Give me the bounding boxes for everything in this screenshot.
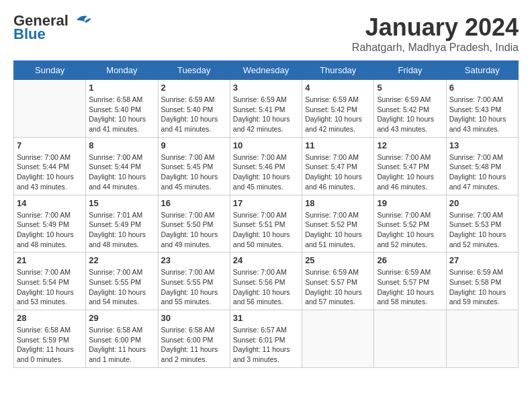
day-cell: 21Sunrise: 7:00 AMSunset: 5:54 PMDayligh… — [14, 253, 86, 310]
day-number: 23 — [161, 255, 227, 265]
day-number: 1 — [89, 83, 154, 93]
day-info: Sunrise: 7:00 AMSunset: 5:47 PMDaylight:… — [305, 152, 371, 192]
day-info: Sunrise: 6:59 AMSunset: 5:42 PMDaylight:… — [305, 95, 371, 134]
day-info: Sunrise: 6:59 AMSunset: 5:57 PMDaylight:… — [377, 267, 443, 307]
day-cell: 23Sunrise: 7:00 AMSunset: 5:55 PMDayligh… — [158, 253, 230, 310]
calendar-title: January 2024 — [352, 13, 519, 42]
day-number: 28 — [17, 313, 83, 323]
calendar-table: Sunday Monday Tuesday Wednesday Thursday… — [13, 60, 519, 368]
day-cell: 16Sunrise: 7:00 AMSunset: 5:50 PMDayligh… — [158, 195, 230, 253]
day-cell: 1Sunrise: 6:58 AMSunset: 5:40 PMDaylight… — [86, 80, 158, 138]
day-cell: 3Sunrise: 6:59 AMSunset: 5:41 PMDaylight… — [230, 80, 302, 138]
day-number: 22 — [89, 255, 154, 265]
day-cell — [302, 310, 374, 368]
day-info: Sunrise: 7:00 AMSunset: 5:46 PMDaylight:… — [233, 152, 299, 192]
day-info: Sunrise: 7:00 AMSunset: 5:45 PMDaylight:… — [161, 152, 227, 192]
day-number: 12 — [377, 140, 443, 150]
day-info: Sunrise: 6:57 AMSunset: 6:01 PMDaylight:… — [233, 325, 299, 365]
day-info: Sunrise: 7:00 AMSunset: 5:52 PMDaylight:… — [305, 210, 371, 250]
day-info: Sunrise: 6:59 AMSunset: 5:58 PMDaylight:… — [449, 267, 515, 307]
day-info: Sunrise: 7:00 AMSunset: 5:50 PMDaylight:… — [161, 210, 227, 250]
calendar-subtitle: Rahatgarh, Madhya Pradesh, India — [352, 42, 519, 54]
logo-bird-icon — [70, 13, 91, 27]
week-row-5: 28Sunrise: 6:58 AMSunset: 5:59 PMDayligh… — [14, 310, 519, 368]
day-cell: 8Sunrise: 7:00 AMSunset: 5:44 PMDaylight… — [86, 137, 158, 195]
day-number: 15 — [89, 198, 154, 208]
title-section: January 2024 Rahatgarh, Madhya Pradesh, … — [352, 13, 519, 54]
day-cell: 11Sunrise: 7:00 AMSunset: 5:47 PMDayligh… — [302, 137, 374, 195]
day-cell: 30Sunrise: 6:58 AMSunset: 6:00 PMDayligh… — [158, 310, 230, 368]
day-cell: 31Sunrise: 6:57 AMSunset: 6:01 PMDayligh… — [230, 310, 302, 368]
day-number: 20 — [449, 198, 515, 208]
day-number: 11 — [305, 140, 371, 150]
day-number: 8 — [89, 140, 154, 150]
day-info: Sunrise: 6:58 AMSunset: 6:00 PMDaylight:… — [89, 325, 154, 365]
day-info: Sunrise: 6:59 AMSunset: 5:42 PMDaylight:… — [377, 95, 443, 134]
day-cell: 4Sunrise: 6:59 AMSunset: 5:42 PMDaylight… — [302, 80, 374, 138]
logo: General Blue — [13, 13, 91, 43]
week-row-4: 21Sunrise: 7:00 AMSunset: 5:54 PMDayligh… — [14, 253, 519, 310]
day-cell: 18Sunrise: 7:00 AMSunset: 5:52 PMDayligh… — [302, 195, 374, 253]
day-info: Sunrise: 7:00 AMSunset: 5:54 PMDaylight:… — [17, 267, 83, 307]
day-number: 27 — [449, 255, 515, 265]
header-saturday: Saturday — [446, 61, 518, 80]
week-row-3: 14Sunrise: 7:00 AMSunset: 5:49 PMDayligh… — [14, 195, 519, 253]
day-info: Sunrise: 7:00 AMSunset: 5:51 PMDaylight:… — [233, 210, 299, 250]
day-cell — [14, 80, 86, 138]
day-cell — [446, 310, 518, 368]
week-row-1: 1Sunrise: 6:58 AMSunset: 5:40 PMDaylight… — [14, 80, 519, 138]
day-cell: 6Sunrise: 7:00 AMSunset: 5:43 PMDaylight… — [446, 80, 518, 138]
day-cell: 28Sunrise: 6:58 AMSunset: 5:59 PMDayligh… — [14, 310, 86, 368]
day-cell: 26Sunrise: 6:59 AMSunset: 5:57 PMDayligh… — [374, 253, 446, 310]
header-thursday: Thursday — [302, 61, 374, 80]
day-cell: 15Sunrise: 7:01 AMSunset: 5:49 PMDayligh… — [86, 195, 158, 253]
day-cell: 2Sunrise: 6:59 AMSunset: 5:40 PMDaylight… — [158, 80, 230, 138]
day-info: Sunrise: 6:58 AMSunset: 6:00 PMDaylight:… — [161, 325, 227, 365]
day-number: 2 — [161, 83, 227, 93]
day-number: 3 — [233, 83, 299, 93]
day-info: Sunrise: 7:00 AMSunset: 5:56 PMDaylight:… — [233, 267, 299, 307]
day-number: 10 — [233, 140, 299, 150]
day-info: Sunrise: 7:00 AMSunset: 5:43 PMDaylight:… — [449, 95, 515, 134]
day-number: 29 — [89, 313, 154, 323]
day-number: 17 — [233, 198, 299, 208]
page-header: General Blue January 2024 Rahatgarh, Mad… — [13, 13, 519, 54]
day-number: 24 — [233, 255, 299, 265]
day-cell: 24Sunrise: 7:00 AMSunset: 5:56 PMDayligh… — [230, 253, 302, 310]
header-sunday: Sunday — [14, 61, 86, 80]
day-info: Sunrise: 7:00 AMSunset: 5:53 PMDaylight:… — [449, 210, 515, 250]
day-info: Sunrise: 7:00 AMSunset: 5:55 PMDaylight:… — [89, 267, 154, 307]
day-number: 4 — [305, 83, 371, 93]
day-cell: 13Sunrise: 7:00 AMSunset: 5:48 PMDayligh… — [446, 137, 518, 195]
day-cell: 10Sunrise: 7:00 AMSunset: 5:46 PMDayligh… — [230, 137, 302, 195]
week-row-2: 7Sunrise: 7:00 AMSunset: 5:44 PMDaylight… — [14, 137, 519, 195]
day-info: Sunrise: 6:58 AMSunset: 5:40 PMDaylight:… — [89, 95, 154, 134]
day-cell: 25Sunrise: 6:59 AMSunset: 5:57 PMDayligh… — [302, 253, 374, 310]
day-cell: 22Sunrise: 7:00 AMSunset: 5:55 PMDayligh… — [86, 253, 158, 310]
day-cell: 17Sunrise: 7:00 AMSunset: 5:51 PMDayligh… — [230, 195, 302, 253]
header-monday: Monday — [86, 61, 158, 80]
day-number: 5 — [377, 83, 443, 93]
day-info: Sunrise: 7:00 AMSunset: 5:48 PMDaylight:… — [449, 152, 515, 192]
day-number: 6 — [449, 83, 515, 93]
day-cell — [374, 310, 446, 368]
day-cell: 20Sunrise: 7:00 AMSunset: 5:53 PMDayligh… — [446, 195, 518, 253]
day-info: Sunrise: 7:00 AMSunset: 5:44 PMDaylight:… — [89, 152, 154, 192]
day-cell: 19Sunrise: 7:00 AMSunset: 5:52 PMDayligh… — [374, 195, 446, 253]
day-info: Sunrise: 7:00 AMSunset: 5:55 PMDaylight:… — [161, 267, 227, 307]
header-row: Sunday Monday Tuesday Wednesday Thursday… — [14, 61, 519, 80]
day-cell: 9Sunrise: 7:00 AMSunset: 5:45 PMDaylight… — [158, 137, 230, 195]
header-friday: Friday — [374, 61, 446, 80]
logo-blue: Blue — [13, 26, 46, 42]
day-info: Sunrise: 7:00 AMSunset: 5:52 PMDaylight:… — [377, 210, 443, 250]
day-number: 26 — [377, 255, 443, 265]
header-tuesday: Tuesday — [158, 61, 230, 80]
day-info: Sunrise: 7:01 AMSunset: 5:49 PMDaylight:… — [89, 210, 154, 250]
day-number: 19 — [377, 198, 443, 208]
day-number: 9 — [161, 140, 227, 150]
day-number: 16 — [161, 198, 227, 208]
day-number: 25 — [305, 255, 371, 265]
day-number: 18 — [305, 198, 371, 208]
day-number: 13 — [449, 140, 515, 150]
day-number: 7 — [17, 140, 83, 150]
